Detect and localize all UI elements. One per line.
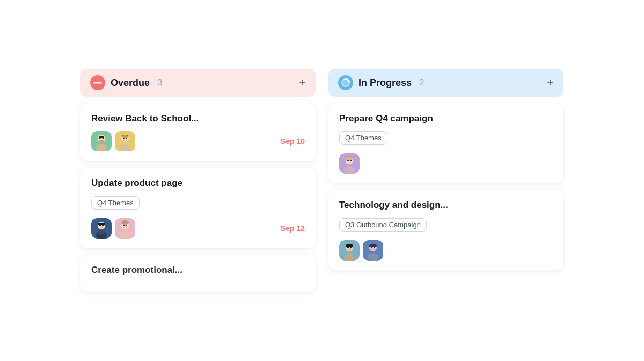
avatar-4: [115, 218, 135, 239]
svg-point-26: [126, 224, 127, 226]
svg-rect-14: [122, 135, 128, 138]
card-technology-and-design[interactable]: Technology and design... Q3 Outbound Cam…: [328, 190, 564, 270]
card-due-date: Sep 12: [281, 224, 305, 233]
svg-rect-46: [369, 244, 377, 247]
svg-rect-18: [98, 230, 105, 234]
avatar-5: [339, 153, 360, 174]
card-footer: Sep 10: [91, 131, 305, 151]
column-in-progress: In Progress 2 + Prepare Q4 campaign Q4 T…: [328, 69, 564, 270]
card-tag: Q4 Themes: [339, 131, 387, 145]
card-avatars: [91, 218, 135, 239]
card-title: Update product page: [91, 177, 305, 189]
column-count-overdue: 3: [157, 77, 162, 88]
svg-point-27: [121, 220, 129, 225]
card-footer: Sep 12: [91, 218, 305, 239]
card-avatars: [91, 131, 135, 151]
column-count-in-progress: 2: [419, 77, 424, 88]
avatar-6: [339, 240, 360, 261]
avatar-7: [363, 240, 383, 261]
card-title: Review Back to School...: [91, 113, 305, 125]
add-card-overdue-button[interactable]: +: [299, 77, 306, 89]
card-title: Prepare Q4 campaign: [339, 113, 553, 125]
in-progress-icon: [338, 75, 353, 90]
svg-rect-40: [346, 244, 353, 247]
column-title-overdue: Overdue: [111, 77, 150, 89]
svg-rect-4: [99, 140, 104, 143]
card-avatars: [339, 240, 383, 261]
card-title: Create promotional...: [91, 264, 305, 276]
card-review-back-to-school[interactable]: Review Back to School...: [80, 103, 316, 161]
card-title: Technology and design...: [339, 199, 553, 211]
card-due-date: Sep 10: [281, 137, 305, 146]
kanban-board: Overdue 3 + Review Back to School...: [80, 69, 564, 292]
avatar-2: [115, 131, 135, 151]
column-overdue: Overdue 3 + Review Back to School...: [80, 69, 316, 292]
card-footer: [339, 240, 553, 261]
card-tag: Q4 Themes: [91, 196, 140, 210]
card-footer: [339, 153, 553, 174]
svg-rect-0: [93, 82, 102, 84]
add-card-in-progress-button[interactable]: +: [547, 77, 554, 89]
column-header-in-progress: In Progress 2 +: [328, 69, 564, 97]
svg-rect-21: [98, 223, 105, 225]
card-update-product-page[interactable]: Update product page Q4 Themes: [80, 168, 316, 248]
svg-rect-7: [99, 136, 104, 138]
card-prepare-q4-campaign[interactable]: Prepare Q4 campaign Q4 Themes: [328, 103, 564, 183]
avatar-3: [91, 218, 112, 239]
svg-point-25: [123, 224, 125, 226]
column-header-overdue: Overdue 3 +: [80, 69, 316, 97]
overdue-icon: [90, 75, 105, 90]
card-create-promotional[interactable]: Create promotional...: [80, 255, 316, 292]
card-avatars: [339, 153, 360, 174]
card-tag: Q3 Outbound Campaign: [339, 218, 427, 232]
avatar-1: [91, 131, 112, 151]
column-title-in-progress: In Progress: [358, 77, 412, 89]
